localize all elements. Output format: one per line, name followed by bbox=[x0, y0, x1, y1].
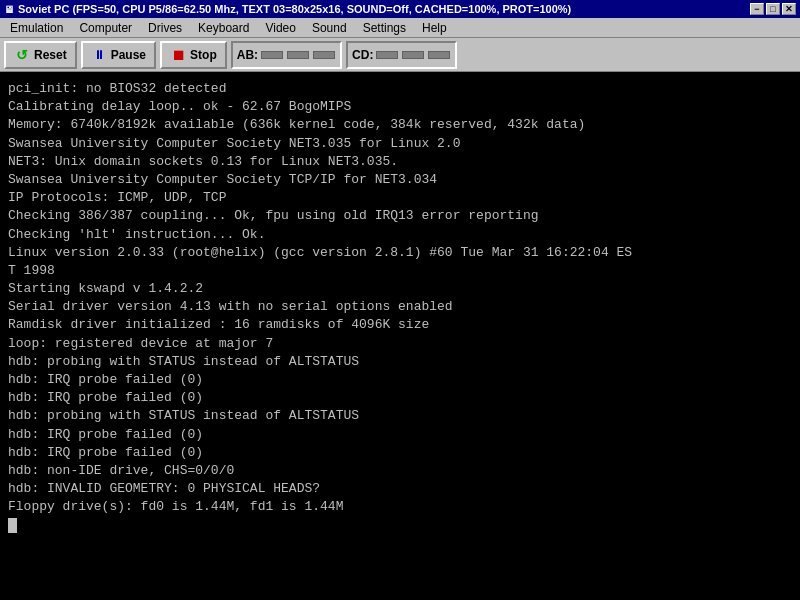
menu-emulation[interactable]: Emulation bbox=[2, 19, 71, 37]
reset-button[interactable]: ↺ Reset bbox=[4, 41, 77, 69]
menu-sound[interactable]: Sound bbox=[304, 19, 355, 37]
toolbar: ↺ Reset ⏸ Pause ⏹ Stop AB: CD: bbox=[0, 38, 800, 72]
stop-label: Stop bbox=[190, 48, 217, 62]
maximize-button[interactable]: □ bbox=[766, 3, 780, 15]
stop-button[interactable]: ⏹ Stop bbox=[160, 41, 227, 69]
ab-drive-group: AB: bbox=[231, 41, 342, 69]
reset-label: Reset bbox=[34, 48, 67, 62]
reset-icon: ↺ bbox=[14, 47, 30, 63]
menu-settings[interactable]: Settings bbox=[355, 19, 414, 37]
pause-icon: ⏸ bbox=[91, 47, 107, 63]
cursor bbox=[8, 518, 17, 532]
menu-bar: Emulation Computer Drives Keyboard Video… bbox=[0, 18, 800, 38]
menu-help[interactable]: Help bbox=[414, 19, 455, 37]
menu-video[interactable]: Video bbox=[257, 19, 303, 37]
title-bar-icon: 🖥 bbox=[4, 4, 14, 15]
cd-indicator-3 bbox=[428, 51, 450, 59]
menu-computer[interactable]: Computer bbox=[71, 19, 140, 37]
cd-indicator-2 bbox=[402, 51, 424, 59]
title-bar-text: Soviet PC (FPS=50, CPU P5/86=62.50 Mhz, … bbox=[18, 3, 571, 15]
menu-drives[interactable]: Drives bbox=[140, 19, 190, 37]
terminal-content: pci_init: no BIOS32 detected Calibrating… bbox=[8, 80, 792, 535]
title-bar-buttons: − □ ✕ bbox=[750, 3, 796, 15]
close-button[interactable]: ✕ bbox=[782, 3, 796, 15]
menu-keyboard[interactable]: Keyboard bbox=[190, 19, 257, 37]
stop-icon: ⏹ bbox=[170, 47, 186, 63]
title-bar-left: 🖥 Soviet PC (FPS=50, CPU P5/86=62.50 Mhz… bbox=[4, 3, 571, 15]
pause-button[interactable]: ⏸ Pause bbox=[81, 41, 156, 69]
title-bar: 🖥 Soviet PC (FPS=50, CPU P5/86=62.50 Mhz… bbox=[0, 0, 800, 18]
ab-label: AB: bbox=[237, 48, 258, 62]
ab-indicator-3 bbox=[313, 51, 335, 59]
pause-label: Pause bbox=[111, 48, 146, 62]
ab-indicator-2 bbox=[287, 51, 309, 59]
minimize-button[interactable]: − bbox=[750, 3, 764, 15]
cd-drive-group: CD: bbox=[346, 41, 457, 69]
cd-indicator-1 bbox=[376, 51, 398, 59]
ab-indicator-1 bbox=[261, 51, 283, 59]
cd-label: CD: bbox=[352, 48, 373, 62]
terminal-area: pci_init: no BIOS32 detected Calibrating… bbox=[0, 72, 800, 600]
